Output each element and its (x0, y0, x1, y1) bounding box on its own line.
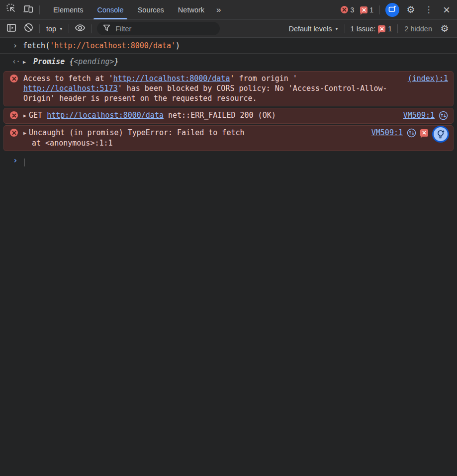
network-error-text: ▶GET http://localhost:8000/data net::ERR… (23, 110, 398, 121)
error-icon (10, 111, 18, 119)
origin-url-link[interactable]: http://localhost:5173 (23, 84, 118, 93)
explain-error-ai-button[interactable] (432, 126, 449, 143)
expand-triangle-icon[interactable]: ▶ (23, 57, 26, 67)
error-icon (10, 129, 18, 137)
console-prompt-row[interactable]: › (0, 153, 457, 170)
device-toolbar-icon (23, 4, 34, 16)
filter-input[interactable] (114, 24, 214, 33)
resend-request-icon[interactable] (439, 111, 448, 120)
brace: } (114, 57, 119, 66)
error-text-line1: Access to fetch at 'http://localhost:800… (23, 74, 402, 83)
ai-assistance-button[interactable] (385, 3, 399, 17)
divider (345, 24, 345, 33)
tab-network[interactable]: Network (171, 0, 211, 19)
resend-request-icon[interactable] (407, 128, 416, 138)
divider (91, 24, 91, 33)
more-options-button[interactable]: ⋮ (420, 2, 437, 18)
network-status: net::ERR_FAILED 200 (OK) (164, 111, 276, 120)
error-text: ' from origin ' (230, 74, 297, 83)
error-text: Access to fetch at ' (23, 74, 113, 83)
issue-count-label: 1 (369, 6, 373, 14)
error-count-label: 3 (350, 6, 354, 14)
issues-count: 1 (388, 25, 392, 33)
network-error-message: ▶GET http://localhost:8000/data net::ERR… (3, 108, 454, 124)
issue-icon (360, 6, 367, 13)
inspect-cursor-icon (6, 3, 17, 16)
console-prompt-icon: › (13, 156, 18, 165)
gear-icon: ⚙ (406, 5, 415, 14)
cors-error-message: Access to fetch at 'http://localhost:800… (3, 71, 454, 106)
live-expression-button[interactable] (72, 21, 89, 37)
chevron-down-icon: ▾ (60, 26, 62, 31)
issues-link[interactable]: 1 Issue: 1 (348, 25, 395, 33)
filter-box[interactable] (97, 22, 220, 35)
context-label: top (46, 25, 56, 33)
filter-funnel-icon (103, 24, 110, 33)
chevron-double-right-icon: » (216, 5, 221, 15)
console-messages: › fetch('http://localhost:8000/data') ‹·… (0, 38, 457, 170)
panel-tabs: Elements Console Sources Network » (46, 0, 226, 19)
tab-label: Elements (53, 6, 83, 14)
code-string: 'http://localhost:8000/data' (50, 41, 176, 50)
uncaught-error-text: ▶Uncaught (in promise) TypeError: Failed… (23, 128, 366, 148)
http-method: GET (29, 111, 47, 120)
tab-label: Sources (138, 6, 164, 14)
request-url-link[interactable]: http://localhost:8000/data (113, 74, 230, 83)
request-url-link[interactable]: http://localhost:8000/data (47, 111, 164, 120)
block-icon (24, 23, 33, 34)
error-text-line1: ▶Uncaught (in promise) TypeError: Failed… (23, 128, 366, 138)
console-sidebar-toggle-button[interactable] (3, 21, 20, 37)
error-text-line2: http://localhost:5173' has been blocked … (23, 83, 448, 93)
issues-label: 1 Issue: (351, 25, 376, 33)
tab-sources[interactable]: Sources (131, 0, 171, 19)
hidden-messages-link[interactable]: 2 hidden (400, 25, 436, 33)
command-prompt-icon: › (13, 41, 17, 51)
source-location-link[interactable]: VM509:1 (403, 110, 435, 120)
tab-console[interactable]: Console (90, 0, 130, 19)
console-command-row[interactable]: › fetch('http://localhost:8000/data') (0, 38, 457, 54)
device-toolbar-button[interactable] (20, 2, 37, 18)
devtools-topbar: Elements Console Sources Network » 3 1 (0, 0, 457, 20)
console-error-count[interactable]: 3 (338, 6, 357, 14)
source-location-link[interactable]: VM509:1 (371, 128, 403, 138)
sidebar-panel-icon (6, 23, 16, 34)
text-caret (24, 159, 24, 166)
divider (69, 24, 69, 33)
javascript-context-selector[interactable]: top ▾ (42, 25, 66, 33)
error-text: ' has been blocked by CORS policy: No 'A… (118, 84, 387, 93)
tab-label: Console (97, 6, 123, 14)
console-toolbar: top ▾ Default levels ▾ 1 Issue: (0, 20, 457, 38)
object-preview[interactable]: Promise {<pending>} (33, 57, 119, 66)
error-text: Uncaught (in promise) TypeError: Failed … (29, 128, 244, 137)
tab-elements[interactable]: Elements (46, 0, 90, 19)
divider (39, 5, 40, 14)
code-function: fetch( (23, 41, 50, 50)
error-text-line3: Origin' header is present on the request… (23, 93, 448, 103)
command-code: fetch('http://localhost:8000/data') (23, 41, 180, 50)
kebab-menu-icon: ⋮ (425, 5, 433, 14)
expand-triangle-icon[interactable]: ▶ (23, 111, 26, 121)
uncaught-error-message: ▶Uncaught (in promise) TypeError: Failed… (3, 125, 454, 151)
related-issue-icon[interactable] (420, 129, 428, 137)
chevron-down-icon: ▾ (335, 26, 338, 31)
eye-icon (75, 24, 86, 34)
log-levels-label: Default levels (288, 25, 332, 33)
source-location-link[interactable]: (index):1 (408, 74, 448, 83)
return-value-icon: ‹· (12, 57, 20, 67)
tab-label: Network (178, 6, 204, 14)
more-tabs-button[interactable]: » (211, 0, 226, 19)
issues-count[interactable]: 1 (358, 6, 376, 14)
inspect-element-button[interactable] (3, 2, 20, 18)
code-paren: ) (176, 41, 180, 50)
expand-triangle-icon[interactable]: ▶ (23, 128, 26, 138)
divider (397, 24, 398, 33)
gear-icon: ⚙ (440, 24, 449, 33)
issue-icon (378, 25, 385, 32)
log-levels-selector[interactable]: Default levels ▾ (284, 25, 342, 33)
object-class-name: Promise (33, 57, 65, 66)
ai-device-sparkle-icon (388, 4, 397, 15)
settings-button[interactable]: ⚙ (402, 2, 419, 18)
close-devtools-button[interactable]: × (438, 2, 455, 18)
clear-console-button[interactable] (20, 21, 37, 37)
console-settings-button[interactable]: ⚙ (436, 21, 453, 37)
